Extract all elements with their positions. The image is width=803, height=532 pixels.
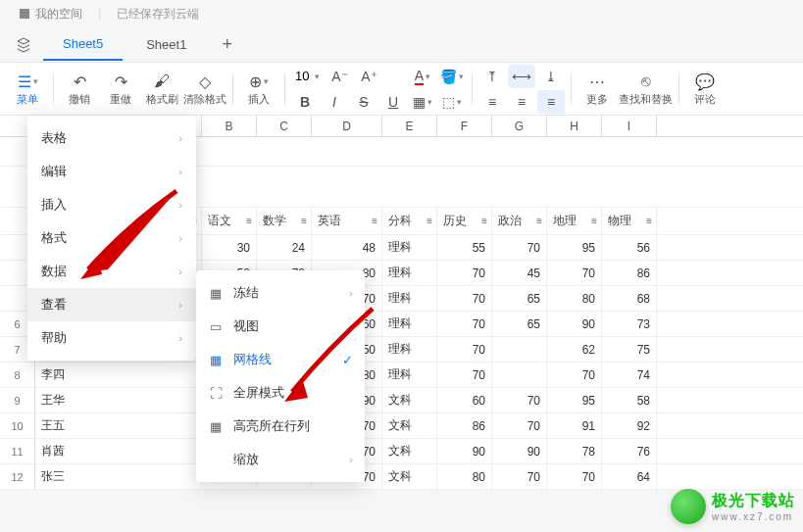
merge-button[interactable]: ⬚▾ xyxy=(438,90,466,114)
cell[interactable]: 30 xyxy=(202,235,257,260)
cell[interactable]: 76 xyxy=(602,439,657,463)
cell[interactable]: 70 xyxy=(547,261,602,285)
cell[interactable]: 64 xyxy=(602,464,657,489)
more-button[interactable]: ⋯ 更多 xyxy=(577,66,617,113)
cell[interactable]: 58 xyxy=(602,388,657,412)
cell[interactable]: 70 xyxy=(547,464,602,489)
cell[interactable]: 王五 xyxy=(35,413,202,438)
tab-sheet1[interactable]: Sheet1 xyxy=(126,29,206,60)
submenu-gridlines[interactable]: ▦ 网格线 ✓ xyxy=(196,343,365,376)
cell[interactable]: 65 xyxy=(492,286,547,311)
cell[interactable]: 75 xyxy=(602,337,657,362)
cell[interactable]: 86 xyxy=(437,413,492,438)
valign-middle-button[interactable]: ⟷ xyxy=(508,65,535,88)
filter-cell-g[interactable]: 政治≡ xyxy=(492,208,547,234)
format-painter-button[interactable]: 🖌 格式刷 xyxy=(142,66,181,113)
cell[interactable]: 文科 xyxy=(382,439,437,463)
col-header-i[interactable]: I xyxy=(602,116,657,136)
row-header[interactable]: 12 xyxy=(0,464,35,489)
cell[interactable]: 理科 xyxy=(382,286,437,311)
font-size-increase[interactable]: A⁺ xyxy=(355,65,382,88)
cell[interactable]: 张三 xyxy=(35,464,202,489)
cell[interactable]: 70 xyxy=(492,235,547,260)
strike-button[interactable]: S xyxy=(350,90,377,114)
cell[interactable]: 70 xyxy=(437,363,492,387)
row-header[interactable]: 11 xyxy=(0,439,35,463)
cell[interactable]: 74 xyxy=(602,363,657,387)
cell[interactable]: 95 xyxy=(547,388,602,412)
col-header-c[interactable]: C xyxy=(257,116,312,136)
submenu-freeze[interactable]: ▦ 冻结 › xyxy=(196,276,365,310)
cell[interactable]: 92 xyxy=(602,413,657,438)
cell[interactable]: 70 xyxy=(437,286,492,311)
menu-item-1[interactable]: 编辑› xyxy=(27,155,196,188)
align-right-button[interactable]: ≡ xyxy=(537,90,565,114)
cell[interactable]: 理科 xyxy=(382,337,437,362)
sheets-icon[interactable] xyxy=(16,37,31,53)
cell[interactable]: 文科 xyxy=(382,388,437,412)
row-header[interactable]: 8 xyxy=(0,363,35,387)
italic-button[interactable]: I xyxy=(321,90,348,114)
cell[interactable]: 62 xyxy=(547,337,602,362)
cell[interactable]: 65 xyxy=(492,312,547,336)
bold-button[interactable]: B xyxy=(291,90,319,114)
cell[interactable]: 80 xyxy=(437,464,492,489)
cell[interactable]: 70 xyxy=(492,413,547,438)
cell[interactable]: 文科 xyxy=(382,464,437,489)
cell[interactable]: 70 xyxy=(437,261,492,285)
align-left-button[interactable]: ≡ xyxy=(478,90,506,114)
cell[interactable]: 理科 xyxy=(382,235,437,260)
cell[interactable]: 55 xyxy=(437,235,492,260)
cell[interactable]: 文科 xyxy=(382,413,437,438)
insert-button[interactable]: ⊕▾ 插入 xyxy=(239,66,278,113)
add-sheet-button[interactable]: + xyxy=(210,34,244,55)
cell[interactable]: 95 xyxy=(547,235,602,260)
col-header-h[interactable]: H xyxy=(547,116,602,136)
row-header[interactable]: 10 xyxy=(0,413,35,438)
menu-item-3[interactable]: 格式› xyxy=(27,221,196,255)
cell[interactable]: 理科 xyxy=(382,261,437,285)
redo-button[interactable]: ↷ 重做 xyxy=(101,66,140,113)
cell[interactable]: 45 xyxy=(492,261,547,285)
find-replace-button[interactable]: ⎋ 查找和替换 xyxy=(619,66,673,113)
cell[interactable]: 56 xyxy=(602,235,657,260)
col-header-b[interactable]: B xyxy=(202,116,257,136)
menu-item-5[interactable]: 查看› xyxy=(27,288,196,321)
cell[interactable]: 70 xyxy=(492,464,547,489)
menu-item-6[interactable]: 帮助› xyxy=(27,321,196,355)
cell[interactable]: 70 xyxy=(437,337,492,362)
filter-cell-h[interactable]: 地理≡ xyxy=(547,208,602,234)
col-header-g[interactable]: G xyxy=(492,116,547,136)
cell[interactable]: 李四 xyxy=(35,363,202,387)
cell[interactable]: 90 xyxy=(492,439,547,463)
filter-cell-c[interactable]: 数学≡ xyxy=(257,208,312,234)
font-size-decrease[interactable]: A⁻ xyxy=(326,65,353,88)
cell[interactable] xyxy=(492,363,547,387)
cell[interactable]: 理科 xyxy=(382,363,437,387)
cell[interactable] xyxy=(492,337,547,362)
cell[interactable]: 70 xyxy=(437,312,492,336)
underline-button[interactable]: U xyxy=(379,90,407,114)
col-header-d[interactable]: D xyxy=(312,116,382,136)
cell[interactable]: 90 xyxy=(437,439,492,463)
filter-cell-f[interactable]: 历史≡ xyxy=(437,208,492,234)
cell[interactable]: 73 xyxy=(602,312,657,336)
border-button[interactable]: ▦▾ xyxy=(409,90,436,114)
cell[interactable]: 68 xyxy=(602,286,657,311)
filter-cell-i[interactable]: 物理≡ xyxy=(602,208,657,234)
workspace-crumb[interactable]: 我的空间 xyxy=(20,6,82,23)
clear-format-button[interactable]: ◇ 清除格式 xyxy=(183,66,226,113)
cell[interactable]: 86 xyxy=(602,261,657,285)
cell[interactable]: 24 xyxy=(257,235,312,260)
font-size-selector[interactable]: 10▾ xyxy=(291,67,324,85)
menu-item-2[interactable]: 插入› xyxy=(27,188,196,221)
menu-item-0[interactable]: 表格› xyxy=(27,121,196,155)
menu-item-4[interactable]: 数据› xyxy=(27,255,196,288)
font-color-button[interactable]: A▾ xyxy=(409,65,436,88)
cell[interactable]: 70 xyxy=(547,363,602,387)
filter-cell-d[interactable]: 英语≡ xyxy=(312,208,382,234)
cell[interactable]: 70 xyxy=(492,388,547,412)
cell[interactable]: 60 xyxy=(437,388,492,412)
col-header-e[interactable]: E xyxy=(382,116,437,136)
cell[interactable]: 理科 xyxy=(382,312,437,336)
